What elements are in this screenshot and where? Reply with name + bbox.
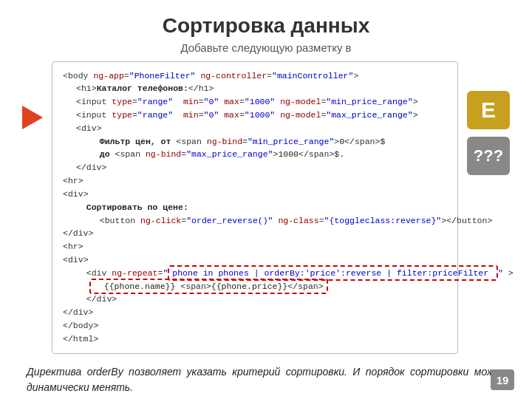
code-line-14: <hr> (63, 240, 447, 253)
badge-q: ??? (467, 137, 510, 175)
code-line-3: <input type="range" min="0" max="1000" n… (63, 95, 447, 109)
code-line-2: <h1>Каталог телефонов:</h1> (63, 82, 447, 95)
page-number: 19 (491, 369, 514, 390)
code-line-20: </body> (63, 319, 447, 332)
code-line-8: </div> (63, 161, 447, 174)
code-line-21: </html> (63, 332, 447, 346)
code-line-4: <input type="range" min="0" max="1000" n… (63, 109, 447, 122)
code-line-19: </div> (63, 306, 447, 319)
side-badges: E ??? (467, 91, 510, 175)
code-line-17: {{phone.name}} <span>{{phone.price}}</sp… (63, 280, 447, 293)
code-line-10: <div> (63, 188, 447, 201)
badge-e: E (467, 91, 510, 129)
code-line-5: <div> (63, 122, 447, 135)
code-line-18: </div> (63, 293, 447, 306)
code-line-16: <div ng-repeat="phone in phones | orderB… (63, 267, 447, 280)
code-line-7: до <span ng-bind="max_price_range">1000<… (63, 148, 447, 161)
code-line-11: Сортировать по цене: (63, 201, 447, 214)
bottom-description: Директива orderBy позволяет указать крит… (0, 354, 532, 396)
code-line-13: </div> (63, 227, 447, 240)
arrow-indicator (22, 106, 43, 129)
code-line-12: <button ng-click="order_reverse()" ng-cl… (63, 214, 447, 228)
code-line-1: <body ng-app="PhoneFilter" ng-controller… (63, 69, 447, 83)
code-block: <body ng-app="PhoneFilter" ng-controller… (52, 61, 458, 354)
subtitle: Добавьте следующую разметку в (0, 41, 532, 54)
code-line-9: <hr> (63, 174, 447, 188)
code-line-6: Фильтр цен, от <span ng-bind="min_price_… (63, 135, 447, 149)
page-title: Сортировка данных (0, 0, 532, 41)
